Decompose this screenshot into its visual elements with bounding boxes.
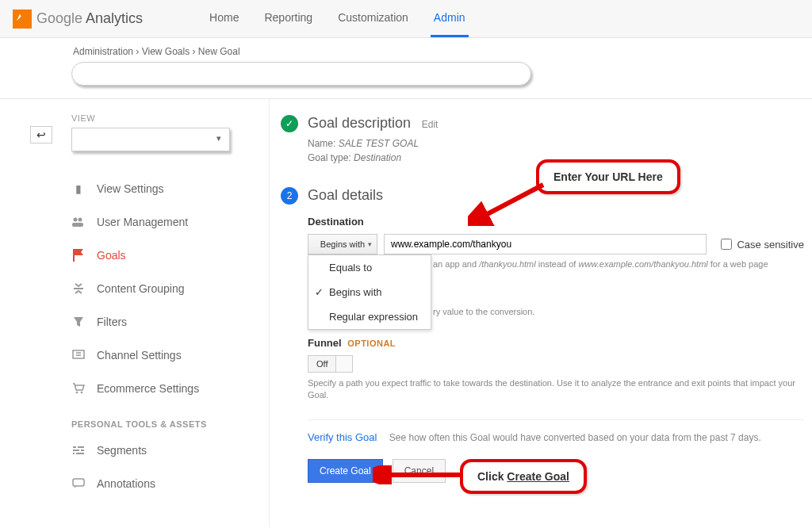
top-header: Google Analytics Home Reporting Customiz… bbox=[0, 0, 812, 38]
breadcrumb: Administration › View Goals › New Goal bbox=[71, 46, 741, 57]
logo-analytics: Analytics bbox=[86, 10, 143, 26]
primary-nav: Home Reporting Customization Admin bbox=[206, 0, 468, 37]
annotations-icon bbox=[71, 476, 86, 491]
match-type-menu: Equals to Begins with Regular expression bbox=[308, 254, 431, 330]
edit-link[interactable]: Edit bbox=[422, 119, 439, 130]
sidebar-item-label: Filters bbox=[97, 316, 127, 328]
toggle-off-label: Off bbox=[308, 356, 336, 372]
create-goal-button[interactable]: Create Goal bbox=[308, 459, 383, 483]
content: ✓ Goal description Edit Name: SALE TEST … bbox=[270, 99, 812, 527]
step1-meta: Name: SALE TEST GOAL Goal type: Destinat… bbox=[308, 136, 438, 165]
logo: Google Analytics bbox=[13, 10, 143, 29]
sidebar-item-label: Content Grouping bbox=[97, 282, 185, 295]
nav-home[interactable]: Home bbox=[206, 0, 242, 37]
destination-row: Begins with Case sensitive Equals to Beg… bbox=[308, 234, 804, 254]
case-sensitive-label: Case sensitive bbox=[737, 239, 804, 251]
sidebar-section-heading: PERSONAL TOOLS & ASSETS bbox=[71, 419, 256, 429]
nav-customization[interactable]: Customization bbox=[335, 0, 412, 37]
sidebar-item-channel-settings[interactable]: Channel Settings bbox=[71, 339, 256, 372]
segments-icon bbox=[71, 443, 86, 457]
svg-rect-6 bbox=[73, 479, 84, 486]
check-icon: ✓ bbox=[281, 115, 298, 132]
sidebar-item-view-settings[interactable]: ▮ View Settings bbox=[71, 172, 256, 205]
case-sensitive-checkbox[interactable] bbox=[721, 239, 732, 250]
svg-point-0 bbox=[74, 218, 78, 222]
sidebar-item-label: Channel Settings bbox=[97, 349, 182, 362]
goal-name-value: SALE TEST GOAL bbox=[339, 138, 419, 149]
sidebar-item-content-grouping[interactable]: Content Grouping bbox=[71, 272, 256, 305]
cancel-button[interactable]: Cancel bbox=[393, 459, 446, 483]
group-icon bbox=[71, 281, 86, 296]
funnel-hint: Specify a path you expect traffic to tak… bbox=[308, 377, 804, 402]
sidebar-item-label: User Management bbox=[97, 216, 188, 228]
crumb-view-goals[interactable]: View Goals bbox=[142, 46, 190, 57]
step-goal-description: ✓ Goal description Edit Name: SALE TEST … bbox=[281, 115, 804, 165]
optional-tag: OPTIONAL bbox=[347, 339, 396, 348]
match-type-dropdown[interactable]: Begins with bbox=[308, 234, 377, 254]
funnel-toggle[interactable]: Off bbox=[308, 355, 353, 373]
destination-hint: an app and /thankyou.html instead of www… bbox=[433, 259, 804, 269]
svg-point-1 bbox=[79, 218, 82, 222]
svg-rect-3 bbox=[73, 350, 84, 358]
match-option-equals[interactable]: Equals to bbox=[308, 255, 431, 280]
verify-row: Verify this Goal See how often this Goal… bbox=[308, 431, 804, 443]
sidebar-item-label: View Settings bbox=[97, 182, 164, 195]
sidebar-item-segments[interactable]: Segments bbox=[71, 434, 256, 467]
sidebar-item-label: Segments bbox=[97, 444, 147, 457]
sidebar-item-annotations[interactable]: Annotations bbox=[71, 467, 256, 500]
funnel-label: Funnel OPTIONAL bbox=[308, 337, 804, 349]
separator bbox=[308, 419, 804, 420]
verify-text: See how often this Goal would have conve… bbox=[389, 432, 761, 443]
back-arrow-icon: ↩ bbox=[36, 128, 46, 141]
goal-type-value: Destination bbox=[354, 152, 401, 163]
callout-enter-url: Enter Your URL Here bbox=[536, 159, 680, 194]
match-option-begins-with[interactable]: Begins with bbox=[308, 280, 431, 304]
back-button[interactable]: ↩ bbox=[30, 126, 52, 143]
main: ↩ VIEW ▮ View Settings User Management G… bbox=[0, 99, 812, 527]
callout-click-create: Click Create Goal bbox=[460, 459, 587, 494]
sidebar-item-filters[interactable]: Filters bbox=[71, 305, 256, 339]
cart-icon bbox=[71, 381, 86, 396]
svg-rect-2 bbox=[72, 223, 83, 227]
verify-goal-link[interactable]: Verify this Goal bbox=[308, 431, 377, 443]
nav-admin[interactable]: Admin bbox=[431, 0, 469, 37]
sidebar-item-label: Annotations bbox=[97, 477, 155, 490]
funnel-icon bbox=[71, 315, 86, 329]
search-input[interactable] bbox=[71, 62, 531, 86]
sidebar-item-label: Goals bbox=[97, 249, 126, 262]
view-dropdown[interactable] bbox=[71, 128, 230, 151]
flag-icon bbox=[71, 248, 86, 262]
logo-text: Google Analytics bbox=[36, 10, 143, 27]
match-option-regex[interactable]: Regular expression bbox=[308, 304, 431, 329]
goal-details-body: Destination Begins with Case sensitive E… bbox=[308, 216, 804, 483]
sidebar-item-ecommerce[interactable]: Ecommerce Settings bbox=[71, 372, 256, 405]
sub-header: Administration › View Goals › New Goal bbox=[0, 38, 812, 90]
svg-point-4 bbox=[76, 392, 79, 394]
sidebar-nav: ▮ View Settings User Management Goals C bbox=[71, 172, 256, 500]
step-number-icon: 2 bbox=[281, 187, 298, 205]
case-sensitive-option[interactable]: Case sensitive bbox=[721, 239, 804, 251]
view-heading: VIEW bbox=[71, 113, 256, 123]
step2-title: Goal details bbox=[308, 187, 383, 204]
nav-reporting[interactable]: Reporting bbox=[261, 0, 316, 37]
step1-title: Goal description bbox=[308, 115, 411, 131]
destination-url-input[interactable] bbox=[384, 234, 707, 254]
logo-google: Google bbox=[36, 10, 82, 26]
svg-point-5 bbox=[81, 392, 83, 394]
users-icon bbox=[71, 215, 86, 229]
match-selected-label: Begins with bbox=[320, 239, 365, 249]
crumb-admin[interactable]: Administration bbox=[73, 46, 133, 57]
toggle-handle bbox=[336, 356, 352, 372]
type-label: Goal type: bbox=[308, 152, 351, 163]
name-label: Name: bbox=[308, 138, 335, 149]
ga-logo-icon bbox=[13, 10, 32, 29]
sidebar-item-user-management[interactable]: User Management bbox=[71, 205, 256, 239]
sidebar-item-goals[interactable]: Goals bbox=[71, 239, 256, 272]
value-hint: ry value to the conversion. bbox=[433, 307, 804, 316]
file-icon: ▮ bbox=[71, 182, 86, 196]
sidebar-item-label: Ecommerce Settings bbox=[97, 382, 199, 395]
view-section: VIEW bbox=[71, 113, 256, 151]
destination-label: Destination bbox=[308, 216, 804, 228]
channel-icon bbox=[71, 348, 86, 362]
sidebar: ↩ VIEW ▮ View Settings User Management G… bbox=[0, 99, 270, 527]
